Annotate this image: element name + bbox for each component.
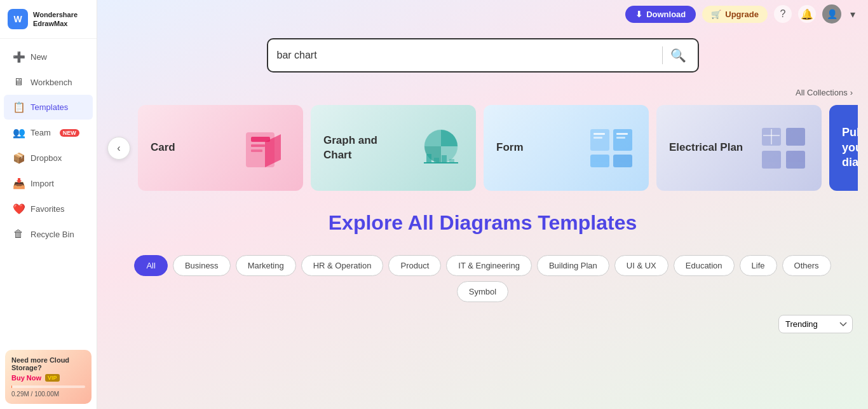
sidebar-item-dropbox[interactable]: 📦 Dropbox: [4, 146, 93, 170]
carousel-card-graph-chart[interactable]: Graph and Chart: [311, 105, 476, 191]
carousel-card-card[interactable]: Card: [138, 105, 303, 191]
svg-rect-15: [593, 133, 605, 135]
sidebar-item-templates[interactable]: 📋 Templates: [4, 95, 93, 120]
svg-rect-3: [251, 149, 262, 152]
import-icon: 📥: [13, 177, 24, 190]
search-box: 🔍: [267, 38, 699, 73]
graph-chart-icon: [419, 126, 463, 170]
filter-pill-product[interactable]: Product: [388, 255, 441, 276]
publish-text: Publishyourdiagram: [842, 125, 858, 170]
explore-title: Explore All Diagrams Templates: [112, 211, 853, 235]
svg-rect-20: [786, 128, 805, 146]
filter-pill-ui-ux[interactable]: UI & UX: [614, 255, 668, 276]
help-button[interactable]: ?: [774, 5, 792, 23]
filter-pill-building-plan[interactable]: Building Plan: [537, 255, 609, 276]
sidebar-item-label-import: Import: [31, 179, 54, 188]
app-logo: W Wondershare EdrawMax: [0, 0, 97, 39]
filter-pill-others[interactable]: Others: [782, 255, 831, 276]
storage-title: Need more Cloud Storage?: [11, 356, 85, 371]
filter-pill-all[interactable]: All: [134, 255, 167, 276]
main-content: ⬇ Download 🛒 Upgrade ? 🔔 👤 ▾ 🔍 All Colle…: [97, 0, 868, 409]
svg-rect-9: [442, 155, 447, 163]
notifications-button[interactable]: 🔔: [798, 5, 816, 23]
svg-rect-17: [616, 133, 628, 135]
svg-rect-12: [613, 129, 632, 151]
graph-chart-label: Graph and Chart: [323, 134, 400, 162]
carousel-prev-button[interactable]: ‹: [107, 137, 130, 160]
recycle-bin-icon: 🗑: [13, 228, 24, 240]
carousel-card-electrical-plan[interactable]: Electrical Plan: [656, 105, 822, 191]
svg-rect-22: [786, 151, 805, 169]
filter-pill-business[interactable]: Business: [173, 255, 231, 276]
sidebar-item-label-team: Team: [31, 128, 51, 137]
upgrade-button[interactable]: 🛒 Upgrade: [702, 6, 768, 23]
filter-pill-hr-operation[interactable]: HR & Operation: [301, 255, 384, 276]
filter-pill-symbol[interactable]: Symbol: [457, 281, 508, 302]
filter-pill-education[interactable]: Education: [674, 255, 735, 276]
filter-pill-life[interactable]: Life: [740, 255, 777, 276]
form-icon: [585, 123, 636, 174]
electrical-plan-label: Electrical Plan: [669, 141, 743, 155]
chevron-right-icon: ›: [850, 88, 853, 97]
account-chevron-icon[interactable]: ▾: [848, 5, 858, 23]
filter-pill-marketing[interactable]: Marketing: [236, 255, 296, 276]
svg-rect-16: [593, 137, 602, 139]
form-label: Form: [496, 141, 524, 155]
svg-rect-7: [426, 154, 431, 163]
sidebar-nav: ➕ New 🖥 Workbench 📋 Templates 👥 Team NEW…: [0, 39, 97, 345]
collections-header: All Collections ›: [97, 88, 868, 105]
search-divider: [662, 46, 663, 64]
svg-rect-13: [590, 155, 609, 167]
topbar: ⬇ Download 🛒 Upgrade ? 🔔 👤 ▾: [97, 0, 868, 28]
sidebar-item-label-templates: Templates: [31, 102, 68, 112]
search-button[interactable]: 🔍: [668, 45, 689, 66]
sidebar-item-import[interactable]: 📥 Import: [4, 171, 93, 196]
svg-rect-18: [616, 137, 625, 139]
search-input[interactable]: [277, 50, 657, 61]
svg-rect-2: [251, 144, 265, 147]
templates-icon: 📋: [13, 101, 24, 113]
sidebar: W Wondershare EdrawMax ➕ New 🖥 Workbench…: [0, 0, 97, 409]
electrical-plan-icon: [758, 123, 809, 174]
new-badge: NEW: [60, 129, 79, 137]
team-icon: 👥: [13, 127, 24, 139]
storage-bar: [11, 385, 85, 388]
vip-badge: VIP: [45, 374, 60, 382]
svg-rect-8: [434, 158, 439, 163]
svg-rect-21: [762, 151, 781, 169]
card-card-icon: [240, 123, 290, 174]
sidebar-item-label-dropbox: Dropbox: [31, 153, 62, 163]
filter-pill-it-engineering[interactable]: IT & Engineering: [446, 255, 532, 276]
app-name: Wondershare EdrawMax: [33, 10, 78, 29]
carousel-section: ‹ Card Graph and Chart: [97, 105, 868, 191]
sort-row: Trending Newest Most Popular: [97, 312, 868, 341]
filter-row: All Business Marketing HR & Operation Pr…: [97, 245, 868, 312]
storage-numbers: 0.29M / 100.00M: [11, 391, 85, 398]
svg-rect-11: [590, 129, 609, 151]
new-icon: ➕: [13, 51, 24, 63]
download-button[interactable]: ⬇ Download: [625, 6, 696, 23]
dropbox-icon: 📦: [13, 152, 24, 164]
carousel-card-form[interactable]: Form: [484, 105, 649, 191]
cart-icon: 🛒: [711, 10, 721, 19]
sidebar-item-label-workbench: Workbench: [31, 78, 72, 87]
svg-rect-10: [449, 159, 454, 163]
favorites-icon: ❤️: [13, 203, 24, 215]
sort-select[interactable]: Trending Newest Most Popular: [778, 315, 853, 333]
logo-icon: W: [8, 9, 28, 29]
carousel-card-publish[interactable]: Publishyourdiagram ➤: [829, 105, 858, 191]
sidebar-item-team[interactable]: 👥 Team NEW: [4, 120, 93, 145]
sidebar-item-favorites[interactable]: ❤️ Favorites: [4, 197, 93, 221]
explore-section: Explore All Diagrams Templates: [97, 191, 868, 245]
sidebar-item-recycle-bin[interactable]: 🗑 Recycle Bin: [4, 222, 93, 246]
sidebar-item-new[interactable]: ➕ New: [4, 45, 93, 69]
buy-now-link[interactable]: Buy Now: [11, 374, 41, 382]
storage-widget: Need more Cloud Storage? Buy Now VIP 0.2…: [5, 350, 92, 404]
avatar[interactable]: 👤: [822, 4, 841, 24]
card-card-label: Card: [151, 141, 175, 155]
sidebar-item-label-favorites: Favorites: [31, 204, 64, 214]
sidebar-item-workbench[interactable]: 🖥 Workbench: [4, 70, 93, 94]
carousel-track: Card Graph and Chart: [138, 105, 858, 191]
sidebar-item-label-recycle-bin: Recycle Bin: [31, 230, 74, 239]
all-collections-link[interactable]: All Collections ›: [796, 88, 853, 97]
